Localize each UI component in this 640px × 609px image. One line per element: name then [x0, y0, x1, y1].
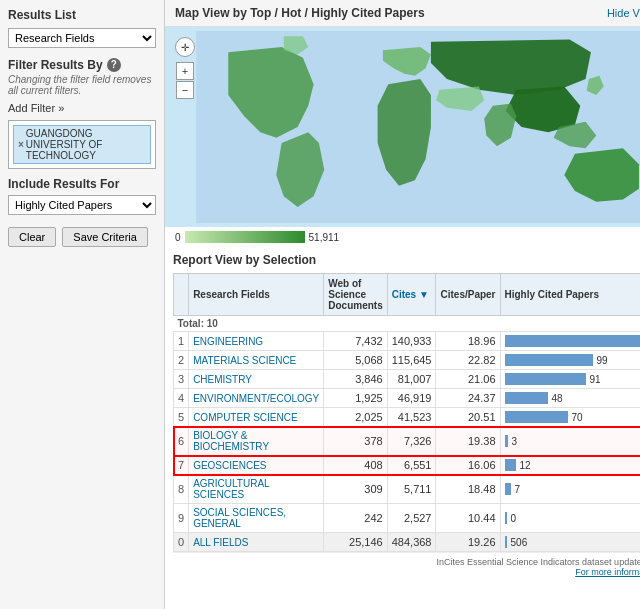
field-cell: CHEMISTRY — [189, 370, 324, 389]
total-label: Total: 10 — [178, 318, 218, 329]
docs-cell: 309 — [324, 475, 387, 504]
field-cell: AGRICULTURAL SCIENCES — [189, 475, 324, 504]
hcp-cell: 12 — [500, 456, 640, 475]
cites-cell: 46,919 — [387, 389, 436, 408]
field-cell: SOCIAL SCIENCES, GENERAL — [189, 504, 324, 533]
filter-tag-close-icon[interactable]: × — [18, 139, 24, 150]
col-hcp: Highly Cited Papers — [500, 274, 640, 316]
cites-cell: 7,326 — [387, 427, 436, 456]
hcp-value: 7 — [515, 484, 521, 495]
hcp-bar — [505, 536, 507, 548]
rank-cell: 2 — [174, 351, 189, 370]
clear-button[interactable]: Clear — [8, 227, 56, 247]
cites-paper-cell: 19.26 — [436, 533, 500, 552]
docs-cell: 3,846 — [324, 370, 387, 389]
hcp-bar — [505, 483, 511, 495]
hcp-bar — [505, 435, 508, 447]
table-header-row: Research Fields Web of Science Documents… — [174, 274, 641, 316]
rank-cell: 1 — [174, 332, 189, 351]
cites-cell: 5,711 — [387, 475, 436, 504]
hcp-value: 3 — [512, 436, 518, 447]
rank-cell: 3 — [174, 370, 189, 389]
table-row: 0 ALL FIELDS 25,146 484,368 19.26 506 — [174, 533, 641, 552]
hcp-cell: 91 — [500, 370, 640, 389]
hcp-value: 506 — [511, 537, 528, 548]
filter-by-label: Filter Results By ? — [8, 58, 156, 72]
col-cites[interactable]: Cites ▼ — [387, 274, 436, 316]
map-view-title: Map View by Top / Hot / Highly Cited Pap… — [175, 6, 425, 20]
hide-visualization-button[interactable]: Hide Visualization — — [607, 7, 640, 19]
content-header: Map View by Top / Hot / Highly Cited Pap… — [165, 0, 640, 27]
hcp-value: 91 — [590, 374, 601, 385]
cites-cell: 115,645 — [387, 351, 436, 370]
docs-cell: 25,146 — [324, 533, 387, 552]
color-scale: 0 51,911 — [165, 227, 640, 247]
filter-tag-container: × GUANGDONG UNIVERSITY OF TECHNOLOGY — [8, 120, 156, 169]
table-header-row: Report View by Selection Customize — [173, 247, 640, 273]
hcp-cell: 506 — [500, 533, 640, 552]
map-controls: ✛ + − — [175, 37, 195, 99]
cites-paper-cell: 18.48 — [436, 475, 500, 504]
filter-tag-label: GUANGDONG UNIVERSITY OF TECHNOLOGY — [26, 128, 146, 161]
zoom-in-button[interactable]: + — [176, 62, 194, 80]
hcp-value: 99 — [597, 355, 608, 366]
hcp-bar — [505, 373, 586, 385]
hcp-bar — [505, 512, 507, 524]
hcp-value: 0 — [511, 513, 517, 524]
filter-help-icon[interactable]: ? — [107, 58, 121, 72]
include-results-select[interactable]: Highly Cited Papers Hot Papers All Paper… — [8, 195, 156, 215]
cites-cell: 6,551 — [387, 456, 436, 475]
table-row: 8 AGRICULTURAL SCIENCES 309 5,711 18.48 … — [174, 475, 641, 504]
cites-paper-cell: 22.82 — [436, 351, 500, 370]
scale-min-label: 0 — [175, 232, 181, 243]
cites-cell: 140,933 — [387, 332, 436, 351]
docs-cell: 2,025 — [324, 408, 387, 427]
results-field-select[interactable]: Research Fields Authors Institutions Cou… — [8, 28, 156, 48]
table-row: 3 CHEMISTRY 3,846 81,007 21.06 91 — [174, 370, 641, 389]
report-view-label: Report View by Selection — [173, 253, 316, 267]
include-results-label: Include Results For — [8, 177, 156, 191]
hcp-value: 70 — [572, 412, 583, 423]
rank-cell: 4 — [174, 389, 189, 408]
cites-paper-cell: 20.51 — [436, 408, 500, 427]
hcp-bar — [505, 411, 568, 423]
rank-cell: 7 — [174, 456, 189, 475]
hcp-cell: 3 — [500, 427, 640, 456]
hcp-cell: 48 — [500, 389, 640, 408]
add-filter-link[interactable]: Add Filter » — [8, 102, 156, 114]
filter-note: Changing the filter field removes all cu… — [8, 74, 156, 96]
cites-cell: 41,523 — [387, 408, 436, 427]
zoom-out-button[interactable]: − — [176, 81, 194, 99]
cites-paper-cell: 24.37 — [436, 389, 500, 408]
hcp-cell: 202 — [500, 332, 640, 351]
cites-cell: 2,527 — [387, 504, 436, 533]
col-docs: Web of Science Documents — [324, 274, 387, 316]
rank-cell: 5 — [174, 408, 189, 427]
sidebar: Results List Research Fields Authors Ins… — [0, 0, 165, 609]
rank-cell: 0 — [174, 533, 189, 552]
table-row: 7 GEOSCIENCES 408 6,551 16.06 12 — [174, 456, 641, 475]
field-cell: COMPUTER SCIENCE — [189, 408, 324, 427]
rank-cell: 9 — [174, 504, 189, 533]
footer-link[interactable]: For more information Click He... — [575, 567, 640, 577]
save-criteria-button[interactable]: Save Criteria — [62, 227, 148, 247]
docs-cell: 408 — [324, 456, 387, 475]
table-row: 6 BIOLOGY & BIOCHEMISTRY 378 7,326 19.38… — [174, 427, 641, 456]
button-row: Clear Save Criteria — [8, 227, 156, 247]
field-cell: GEOSCIENCES — [189, 456, 324, 475]
table-row: 1 ENGINEERING 7,432 140,933 18.96 202 — [174, 332, 641, 351]
col-field: Research Fields — [189, 274, 324, 316]
field-cell: BIOLOGY & BIOCHEMISTRY — [189, 427, 324, 456]
total-row: Total: 10 — [174, 316, 641, 332]
main-container: Results List Research Fields Authors Ins… — [0, 0, 640, 609]
cites-paper-cell: 19.38 — [436, 427, 500, 456]
map-container: ✛ + − — [165, 27, 640, 227]
table-row: 9 SOCIAL SCIENCES, GENERAL 242 2,527 10.… — [174, 504, 641, 533]
scale-bar — [185, 231, 305, 243]
cites-paper-cell: 18.96 — [436, 332, 500, 351]
hcp-bar — [505, 335, 640, 347]
scale-max-label: 51,911 — [309, 232, 340, 243]
col-cites-paper: Cites/Paper — [436, 274, 500, 316]
docs-cell: 242 — [324, 504, 387, 533]
table-row: 5 COMPUTER SCIENCE 2,025 41,523 20.51 70 — [174, 408, 641, 427]
